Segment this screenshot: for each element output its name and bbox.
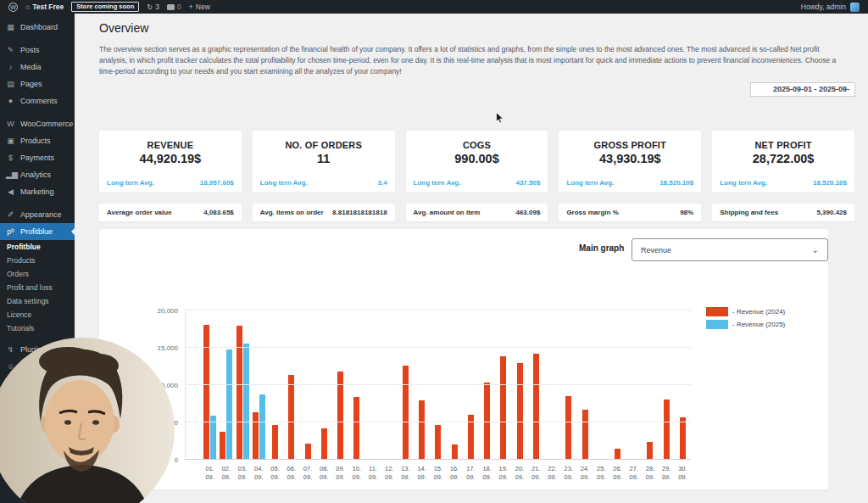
stat-card-title: GROSS PROFIT [559, 140, 701, 150]
legend-label: - Revenue (2024) [732, 308, 785, 316]
bar-2024-13 [403, 366, 409, 459]
x-tick-day: 22. [544, 465, 560, 473]
x-tick-month: 09. [299, 473, 315, 482]
sidebar-subitem-data-settings[interactable]: Data settings [0, 294, 75, 308]
sidebar-item-label: WooCommerce [20, 120, 73, 128]
sidebar-item-comments[interactable]: ●Comments [0, 92, 75, 109]
x-tick-month: 09. [251, 473, 267, 482]
wordpress-logo-icon[interactable]: W [8, 3, 18, 12]
sidebar-item-analytics[interactable]: ▂▆Analytics [0, 166, 75, 183]
new-content-button[interactable]: + New [189, 3, 210, 11]
legend-item-2024[interactable]: - Revenue (2024) [706, 307, 785, 316]
sidebar-item-products[interactable]: ▣Products [0, 132, 75, 149]
store-coming-soon-badge: Store coming soon [71, 2, 139, 12]
y-tick-label: 15,000 [131, 344, 178, 352]
x-tick-month: 09. [576, 473, 593, 482]
x-tick-month: 09. [218, 473, 234, 482]
bar-2024-10 [353, 397, 359, 459]
howdy-admin-link[interactable]: Howdy, admin [801, 3, 846, 11]
x-tick-day: 06. [283, 465, 299, 473]
updates-button[interactable]: ↻ 3 [147, 3, 159, 11]
mini-stat-avg-amount-on-item: Avg. amount on item463.09$ [406, 204, 548, 221]
presenter-eye [92, 420, 99, 425]
sidebar-item-marketing[interactable]: ◀Marketing [0, 183, 75, 200]
x-tick-day: 08. [316, 465, 332, 473]
user-avatar[interactable] [850, 3, 860, 12]
sidebar-subitem-label: Data settings [7, 298, 49, 305]
sidebar-item-dashboard[interactable]: ▦Dashboard [0, 19, 75, 36]
mini-stat-label: Average order value [107, 209, 172, 216]
comments-bubble-icon [167, 4, 175, 10]
y-tick-label: 20,000 [131, 307, 178, 315]
x-tick-month: 09. [316, 473, 332, 482]
x-tick-day: 13. [398, 465, 414, 473]
x-tick-label: 12.09. [381, 465, 398, 481]
stat-card-value: 11 [253, 152, 395, 165]
sidebar-subitem-orders[interactable]: Orders [0, 267, 75, 281]
legend-item-2025[interactable]: - Revenue (2025) [706, 320, 785, 329]
x-tick-month: 09. [544, 473, 560, 482]
date-range-input[interactable]: 2025-09-01 - 2025-09- [750, 82, 855, 97]
mini-stat-value: 8.8181818181818 [332, 209, 387, 216]
updates-count: 3 [155, 3, 159, 11]
legend-swatch [706, 320, 728, 329]
stat-card-title: NET PROFIT [712, 140, 854, 150]
sidebar-subitem-profit-and-loss[interactable]: Profit and loss [0, 281, 75, 294]
x-tick-label: 26.09. [609, 465, 626, 481]
bar-2025-04 [259, 394, 265, 459]
bar-2025-02 [226, 349, 232, 459]
x-tick-day: 30. [675, 465, 691, 473]
long-term-avg-value: 437.50$ [515, 179, 540, 187]
x-tick-day: 10. [348, 465, 364, 473]
bar-2025-03 [243, 344, 249, 459]
long-term-avg-value: 18,520.10$ [813, 179, 847, 187]
mini-stat-gross-margin-: Gross margin %98% [559, 204, 701, 221]
x-tick-day: 05. [267, 465, 283, 473]
bar-2024-19 [500, 356, 506, 459]
sidebar-subitem-products[interactable]: Products [0, 254, 75, 267]
x-tick-label: 27.09. [626, 465, 642, 481]
bar-2024-07 [305, 444, 311, 459]
long-term-avg-value: 18,520.10$ [659, 179, 693, 187]
bar-2024-03 [236, 326, 242, 459]
x-tick-month: 09. [267, 473, 283, 482]
x-tick-month: 09. [283, 473, 299, 482]
chart-legend: - Revenue (2024)- Revenue (2025) [706, 307, 785, 329]
x-tick-month: 09. [414, 473, 430, 482]
sidebar-subitem-tutorials[interactable]: Tutorials [0, 321, 75, 335]
bar-2024-30 [680, 417, 686, 459]
site-name: Test Free [32, 3, 64, 11]
site-link[interactable]: ⌂ Test Free [25, 3, 64, 11]
sidebar-subitem-label: Profit and loss [7, 284, 53, 292]
x-tick-month: 09. [332, 473, 348, 482]
sidebar-item-pages[interactable]: ▤Pages [0, 75, 75, 92]
x-tick-month: 09. [560, 473, 576, 482]
x-tick-label: 17.09. [463, 465, 479, 481]
sidebar-item-label: Media [20, 63, 42, 71]
sidebar-item-media[interactable]: ♪Media [0, 59, 75, 75]
x-tick-label: 28.09. [642, 465, 658, 481]
stat-card-average-row: Long tern Avg.18,520.10$ [720, 179, 847, 187]
mini-stat-value: 463.09$ [515, 209, 540, 216]
sidebar-item-profitblue[interactable]: pᵇProfitblue [0, 223, 75, 240]
x-tick-day: 16. [447, 465, 463, 473]
sidebar-item-appearance[interactable]: ✐Appearance [0, 206, 75, 223]
sidebar-item-posts[interactable]: ✎Posts [0, 42, 75, 59]
x-tick-label: 13.09. [398, 465, 414, 481]
sidebar-item-woocommerce[interactable]: WWooCommerce [0, 115, 75, 132]
stat-card-value: 44,920.19$ [99, 152, 242, 165]
x-tick-label: 21.09. [528, 465, 544, 481]
x-tick-label: 29.09. [659, 465, 675, 481]
x-tick-label: 14.09. [414, 465, 430, 481]
mini-stat-avg-items-on-order: Avg. items on order8.8181818181818 [253, 204, 395, 221]
x-tick-label: 06.09. [283, 465, 299, 481]
sidebar-item-label: Comments [20, 97, 58, 105]
sidebar-item-payments[interactable]: $Payments [0, 149, 75, 166]
sidebar-subitem-profitblue[interactable]: Profitblue [0, 240, 75, 254]
x-tick-month: 09. [364, 473, 381, 482]
x-tick-month: 09. [479, 473, 495, 482]
comments-button[interactable]: 0 [167, 3, 181, 11]
main-graph-select[interactable]: Revenue ⌄ [632, 238, 828, 261]
long-term-avg-label: Long tern Avg. [260, 179, 308, 187]
sidebar-subitem-licence[interactable]: Licence [0, 308, 75, 321]
